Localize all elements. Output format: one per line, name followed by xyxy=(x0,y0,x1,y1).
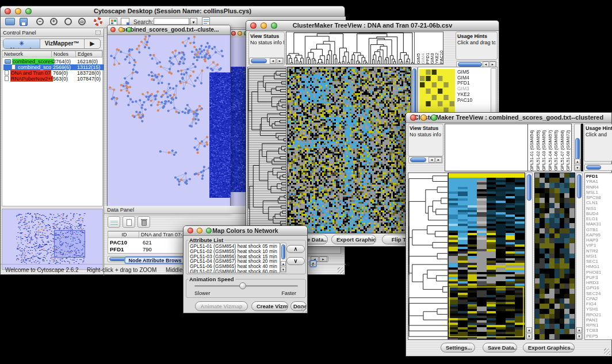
close-button[interactable] xyxy=(188,228,193,233)
zoom-in-icon[interactable]: + xyxy=(50,18,58,25)
tv2-usage-hscrollbar[interactable] xyxy=(584,164,612,171)
create-vizmap-button[interactable]: Create Vizmap xyxy=(251,301,288,311)
scrollbar-thumb[interactable] xyxy=(458,62,482,67)
close-button[interactable] xyxy=(231,31,236,36)
close-button[interactable] xyxy=(110,27,116,32)
minimize-button[interactable] xyxy=(261,22,267,29)
delete-attribute-trash-icon[interactable] xyxy=(137,216,150,228)
network-overview-panel[interactable] xyxy=(2,209,103,270)
column-header-nodes[interactable]: Nodes xyxy=(52,51,76,58)
move-attribute-down-button[interactable]: ∨ xyxy=(286,257,305,265)
scrollbar-thumb[interactable] xyxy=(281,244,285,259)
gene-label[interactable]: NIS1 xyxy=(586,206,612,211)
gene-label[interactable]: YSH1 xyxy=(586,306,612,312)
scrollbar-thumb[interactable] xyxy=(586,165,601,170)
float-panel-icon[interactable] xyxy=(95,30,101,35)
tv2-column-dendrogram-area[interactable] xyxy=(445,124,528,171)
network-row-rnapuber[interactable]: RNAPuberNov2+! 563(0) 107847(0) xyxy=(3,76,104,82)
tab-more-arrow[interactable]: ▶ xyxy=(85,39,100,48)
network-row-dna-tran[interactable]: DNA and Tran 07 769(0) 183728(0) xyxy=(3,70,104,76)
tab-network[interactable]: ✳ Network xyxy=(3,39,40,48)
tv2-top-vscrollbar[interactable]: ▲ ▼ xyxy=(574,124,581,171)
gene-label[interactable]: RNR4 xyxy=(586,185,612,190)
gene-label[interactable]: HAP3 xyxy=(586,237,612,243)
attribute-list-item[interactable]: GPL51-07 (GSM868) heat shock 60 min xyxy=(190,269,280,273)
zoom-button[interactable] xyxy=(127,27,132,32)
tv2-zoom-heatmap[interactable] xyxy=(534,173,575,340)
scrollbar-thumb[interactable] xyxy=(410,158,426,162)
row-id[interactable]: PAC10 xyxy=(110,239,127,246)
scroll-down-arrow[interactable]: ▼ xyxy=(575,165,580,171)
open-session-icon[interactable] xyxy=(5,18,15,25)
column-header-network[interactable]: Network xyxy=(2,51,52,58)
scroll-right-arrow[interactable]: ► xyxy=(277,58,283,64)
scroll-down-arrow[interactable]: ▼ xyxy=(526,334,532,339)
column-header-edges[interactable]: Edges xyxy=(76,51,102,58)
overview-viewport-rect[interactable] xyxy=(54,230,85,258)
gene-label[interactable]: BUD4 xyxy=(586,211,612,216)
tv1-heatmap[interactable] xyxy=(287,67,411,233)
main-title-bar[interactable]: Cytoscape Desktop (Session Name: collins… xyxy=(1,6,345,17)
gene-label[interactable]: HRD3 xyxy=(586,280,612,285)
search-input[interactable] xyxy=(154,18,189,25)
gene-label[interactable]: MSI1 xyxy=(586,254,612,259)
zoom-fit-icon[interactable] xyxy=(64,18,72,25)
gene-label[interactable]: PHO81 xyxy=(586,270,612,275)
gene-label[interactable]: FIG4 xyxy=(586,301,612,306)
minimize-button[interactable] xyxy=(238,31,242,36)
tv1-status-hscrollbar[interactable]: ◄ ► xyxy=(249,58,284,64)
row-value[interactable]: 621 xyxy=(143,239,152,246)
tv2-zoom-vscrollbar[interactable]: ▲ ▼ xyxy=(576,173,583,340)
save-session-icon[interactable] xyxy=(20,18,28,26)
gene-label[interactable]: TCB3 xyxy=(586,328,612,333)
gene-label[interactable]: RPN1 xyxy=(586,323,612,328)
gene-label[interactable]: GPI16 xyxy=(586,285,612,290)
dense-network-region[interactable] xyxy=(209,72,231,198)
scroll-up-arrow[interactable]: ▲ xyxy=(281,261,286,266)
gene-label[interactable]: VIP1 xyxy=(586,243,612,248)
animation-speed-slider-track[interactable] xyxy=(194,285,298,287)
close-button[interactable] xyxy=(250,22,257,29)
scroll-down-arrow[interactable]: ▼ xyxy=(281,267,286,272)
resize-grip[interactable] xyxy=(300,306,307,312)
close-button[interactable] xyxy=(410,114,416,121)
scroll-up-arrow[interactable]: ▲ xyxy=(575,159,580,164)
gene-label[interactable]: PUF3 xyxy=(586,275,612,280)
tv2-export-graphics-button[interactable]: Export Graphics... xyxy=(523,343,575,352)
animation-speed-slider-thumb[interactable] xyxy=(239,282,246,289)
scrollbar-thumb[interactable] xyxy=(575,138,580,160)
gene-label[interactable]: CLN1 xyxy=(586,200,612,205)
scroll-right-arrow[interactable]: ► xyxy=(435,157,442,163)
gene-label[interactable]: PAN1 xyxy=(586,317,612,323)
scroll-left-arrow[interactable]: ◄ xyxy=(429,157,435,163)
move-attribute-up-button[interactable]: ∧ xyxy=(286,245,305,253)
gene-label[interactable]: MAK31 xyxy=(586,221,612,227)
tv1-export-graphics-button[interactable]: Export Graphics... xyxy=(331,235,376,244)
minimize-button[interactable] xyxy=(118,27,124,32)
gene-label[interactable]: SPC98 xyxy=(586,195,612,200)
tv2-row-dendrogram[interactable] xyxy=(408,173,448,340)
gene-label[interactable]: ELG1 xyxy=(586,216,612,221)
gene-label[interactable]: RPO21 xyxy=(586,312,612,317)
minimize-button[interactable] xyxy=(420,114,427,121)
scroll-down-arrow[interactable]: ▼ xyxy=(576,334,582,339)
tab-vizmapper[interactable]: VizMapper™ xyxy=(40,39,85,48)
tv2-heatmap-vscrollbar[interactable]: ▲ ▼ xyxy=(526,173,533,340)
animate-vizmap-button[interactable]: Animate Vizmap xyxy=(195,301,248,311)
gene-label[interactable]: PAC10 xyxy=(457,98,483,104)
tv2-settings-button[interactable]: Settings... xyxy=(441,343,475,352)
gene-label[interactable]: HMG1 xyxy=(586,264,612,269)
zoom-out-icon[interactable]: − xyxy=(36,18,44,25)
gene-label[interactable]: NTR2 xyxy=(586,248,612,254)
resize-grip[interactable] xyxy=(604,348,610,355)
tv1-column-dendrogram[interactable] xyxy=(286,32,415,64)
zoom-button[interactable] xyxy=(431,114,437,121)
row-value[interactable]: 790 xyxy=(143,246,152,252)
scroll-left-arrow[interactable]: ◄ xyxy=(270,58,276,64)
zoom-button[interactable] xyxy=(271,22,277,29)
tv1-row-dendrogram[interactable] xyxy=(247,67,286,233)
tv2-status-hscrollbar[interactable]: ◄ ► xyxy=(408,156,443,163)
close-button[interactable] xyxy=(5,8,11,14)
network-row-combined-sco-selected[interactable]: combined_sco 2569(6) 13112(15) xyxy=(3,64,104,70)
gene-label[interactable]: MON2 xyxy=(586,339,612,340)
